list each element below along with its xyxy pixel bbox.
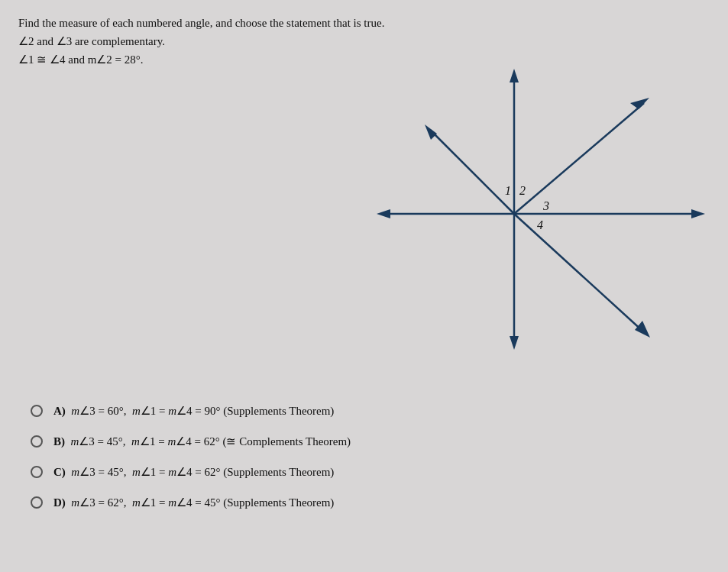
instruction-line2: ∠2 and ∠3 are complementary. bbox=[18, 32, 710, 50]
label-4: 4 bbox=[537, 218, 543, 231]
diagram-area: 1 2 3 4 bbox=[361, 61, 713, 351]
svg-marker-7 bbox=[691, 209, 705, 218]
radio-c[interactable] bbox=[31, 466, 43, 478]
label-b: B) bbox=[53, 435, 65, 448]
svg-line-10 bbox=[514, 214, 644, 332]
radio-a[interactable] bbox=[31, 405, 43, 417]
svg-line-12 bbox=[514, 103, 644, 214]
radio-b[interactable] bbox=[31, 435, 43, 448]
page: Find the measure of each numbered angle,… bbox=[0, 0, 728, 572]
svg-line-8 bbox=[430, 130, 514, 214]
svg-marker-1 bbox=[510, 69, 519, 82]
label-3: 3 bbox=[542, 199, 549, 212]
instruction-line1: Find the measure of each numbered angle,… bbox=[18, 14, 710, 32]
answer-option-c: C) m∠3 = 45°, m∠1 = m∠4 = 62° (Supplemen… bbox=[31, 465, 697, 479]
answer-text-b: B) m∠3 = 45°, m∠1 = m∠4 = 62° (≅ Complem… bbox=[53, 435, 351, 448]
answer-option-b: B) m∠3 = 45°, m∠1 = m∠4 = 62° (≅ Complem… bbox=[31, 435, 697, 448]
diagram-svg: 1 2 3 4 bbox=[361, 61, 713, 351]
label-a: A) bbox=[53, 405, 66, 417]
svg-marker-3 bbox=[510, 336, 519, 350]
svg-marker-9 bbox=[425, 124, 437, 140]
label-c: C) bbox=[53, 466, 66, 478]
svg-marker-11 bbox=[635, 321, 650, 338]
answer-text-a: A) m∠3 = 60°, m∠1 = m∠4 = 90° (Supplemen… bbox=[53, 404, 334, 418]
answers-area: A) m∠3 = 60°, m∠1 = m∠4 = 90° (Supplemen… bbox=[31, 404, 697, 526]
answer-option-a: A) m∠3 = 60°, m∠1 = m∠4 = 90° (Supplemen… bbox=[31, 404, 697, 418]
svg-marker-13 bbox=[630, 98, 649, 109]
label-2: 2 bbox=[519, 184, 526, 197]
answer-text-d: D) m∠3 = 62°, m∠1 = m∠4 = 45° (Supplemen… bbox=[53, 496, 334, 509]
radio-d[interactable] bbox=[31, 496, 43, 509]
label-1: 1 bbox=[505, 184, 511, 197]
answer-option-d: D) m∠3 = 62°, m∠1 = m∠4 = 45° (Supplemen… bbox=[31, 496, 697, 509]
answer-text-c: C) m∠3 = 45°, m∠1 = m∠4 = 62° (Supplemen… bbox=[53, 465, 334, 479]
label-d: D) bbox=[53, 496, 66, 509]
svg-marker-5 bbox=[377, 209, 390, 218]
